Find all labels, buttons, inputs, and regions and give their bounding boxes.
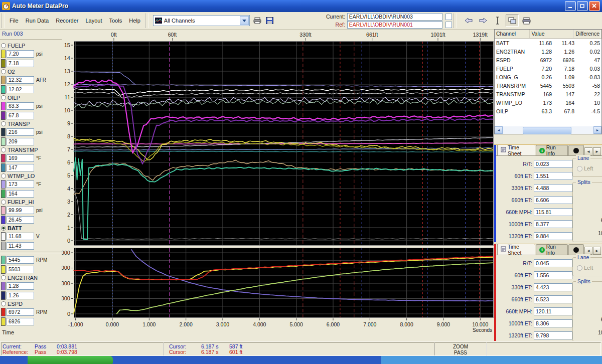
tab-extra[interactable] [568, 244, 584, 255]
channel-filter-combo[interactable]: All Channels [153, 15, 250, 26]
channel-value-box[interactable]: 26.45 [7, 216, 34, 224]
channel-value-box[interactable]: 1.26 [7, 292, 34, 299]
table-row[interactable]: BATT11.6811.430.25 [495, 39, 601, 47]
channel-label-transp[interactable]: TRANSP [0, 120, 62, 127]
toolbar-grip[interactable] [453, 14, 457, 28]
restore-button[interactable] [577, 1, 588, 11]
menu-recorder[interactable]: Recorder [52, 16, 82, 26]
scroll-right-icon[interactable]: ► [593, 126, 601, 134]
field-value-r-t[interactable]: 0.023 [534, 160, 572, 168]
toolbar-grip[interactable] [1, 14, 5, 28]
tab-time-sheet[interactable]: Time Sheet [497, 244, 535, 255]
channel-value-box[interactable]: 5445 [7, 256, 34, 264]
channel-value-box[interactable]: 12.32 [7, 76, 34, 84]
channel-label-fuelp-hi[interactable]: FUELP_HI [0, 199, 62, 206]
field-value-330ft-et[interactable]: 4.423 [534, 283, 572, 291]
main-chart[interactable]: 0123456789101112131415 [62, 41, 494, 246]
tab-extra[interactable] [568, 145, 584, 155]
taskbar-button[interactable] [28, 356, 113, 364]
tab-run-info[interactable]: iRun Info [536, 145, 568, 155]
channel-value-box[interactable]: 5503 [7, 266, 34, 273]
channel-value-box[interactable]: 63.3 [7, 102, 34, 110]
tab-scroll-left-icon[interactable]: ◄ [584, 147, 592, 155]
ref-run-checkbox[interactable] [445, 22, 452, 28]
channel-label-espd[interactable]: ESPD [0, 300, 62, 307]
field-value-660ft-mph[interactable]: 120.11 [534, 307, 572, 315]
channel-radio[interactable] [1, 200, 6, 205]
cursor-tool-button[interactable] [491, 15, 504, 27]
channel-value-box[interactable]: 173 [7, 180, 34, 188]
channel-radio[interactable] [1, 301, 6, 306]
channel-radio[interactable] [1, 121, 6, 126]
channel-label-transtmp[interactable]: TRANSTMP [0, 146, 62, 153]
lane-option-left[interactable]: Left [577, 165, 593, 171]
title-bar[interactable]: Auto Meter DataPro [0, 0, 602, 12]
channel-radio[interactable] [1, 275, 6, 280]
channel-label-o2[interactable]: O2 [0, 68, 62, 75]
current-run-checkbox[interactable] [445, 14, 452, 20]
minimize-button[interactable] [565, 1, 576, 11]
channel-value-box[interactable]: 67.8 [7, 112, 34, 119]
channel-radio[interactable] [1, 147, 6, 152]
prev-run-button[interactable] [462, 15, 475, 27]
channel-value-box[interactable]: 164 [7, 190, 34, 198]
table-row[interactable]: ESPD6972692647 [495, 56, 601, 64]
tab-time-sheet[interactable]: Time Sheet [497, 144, 535, 155]
channel-value-box[interactable]: 147 [7, 164, 34, 171]
channel-label-fuelp[interactable]: FUELP [0, 42, 62, 49]
tab-run-info[interactable]: iRun Info [536, 244, 568, 255]
table-header-channel[interactable]: Channel [495, 30, 530, 38]
channel-value-box[interactable]: 169 [7, 154, 34, 162]
overlay-tool-button[interactable] [506, 15, 519, 27]
field-value-60ft-et[interactable]: 1.551 [534, 172, 572, 180]
next-run-button[interactable] [477, 15, 490, 27]
print-icon[interactable] [252, 16, 262, 26]
chevron-down-icon[interactable] [240, 16, 249, 25]
print-button[interactable] [520, 15, 533, 27]
table-header-value[interactable]: Value [530, 30, 574, 38]
channel-value-box[interactable]: 99.99 [7, 207, 34, 214]
tab-scroll-right-icon[interactable]: ► [593, 247, 601, 255]
channel-value-box[interactable]: 7.18 [7, 60, 34, 67]
current-run-field[interactable]: EARLVILL\OBDIV\RUN003 [347, 13, 442, 21]
table-row[interactable]: ENG2TRAN1.281.260.02 [495, 47, 601, 56]
menu-file[interactable]: File [6, 16, 22, 26]
channel-radio[interactable] [1, 95, 6, 100]
table-header-difference[interactable]: Difference [574, 30, 601, 38]
menu-tools[interactable]: Tools [106, 16, 126, 26]
channel-radio[interactable] [1, 69, 6, 74]
channel-label-wtmp-lo[interactable]: WTMP_LO [0, 172, 62, 179]
rpm-chart[interactable]: 02000400060008000 [62, 248, 494, 318]
menu-help[interactable]: Help [125, 16, 144, 26]
table-row[interactable]: TRANSRPM54455503-58 [495, 81, 601, 90]
toolbar-grip[interactable] [145, 14, 149, 28]
channel-label-batt[interactable]: BATT [0, 225, 62, 232]
table-row[interactable]: FUELP7.207.180.03 [495, 64, 601, 73]
table-horizontal-scrollbar[interactable]: ◄ ► [495, 126, 601, 134]
tab-scroll-left-icon[interactable]: ◄ [584, 247, 592, 255]
field-value-660ft-mph[interactable]: 115.81 [534, 208, 572, 216]
lane-option-left[interactable]: Left [577, 265, 593, 271]
field-value-60ft-et[interactable]: 1.556 [534, 271, 572, 279]
field-value-1000ft-et[interactable]: 8.377 [534, 220, 572, 228]
channel-value-box[interactable]: 6972 [7, 308, 34, 316]
table-row[interactable]: TRANSTMP16914722 [495, 90, 601, 98]
taskbar[interactable] [0, 356, 602, 364]
close-button[interactable] [589, 1, 600, 11]
table-row[interactable]: WTMP_LO17316410 [495, 98, 601, 107]
channel-value-box[interactable]: 209 [7, 138, 34, 145]
channel-value-box[interactable]: 11.43 [7, 242, 34, 250]
field-value-1320ft-et[interactable]: 9.798 [534, 331, 572, 339]
channel-value-box[interactable]: 11.68 [7, 233, 34, 240]
field-value-r-t[interactable]: 0.045 [534, 259, 572, 267]
field-value-660ft-et[interactable]: 6.606 [534, 196, 572, 204]
tab-scroll-right-icon[interactable]: ► [593, 147, 601, 155]
field-value-1320ft-et[interactable]: 9.884 [534, 232, 572, 240]
channel-value-box[interactable]: 12.02 [7, 86, 34, 93]
channel-value-box[interactable]: 6926 [7, 318, 34, 325]
table-row[interactable]: LONG_G0.261.09-0.83 [495, 73, 601, 81]
channel-radio[interactable] [1, 226, 6, 231]
field-value-660ft-et[interactable]: 6.523 [534, 295, 572, 303]
channel-radio[interactable] [1, 173, 6, 178]
ref-run-field[interactable]: EARLVILL\OBDIV\RUN001 [347, 21, 442, 29]
